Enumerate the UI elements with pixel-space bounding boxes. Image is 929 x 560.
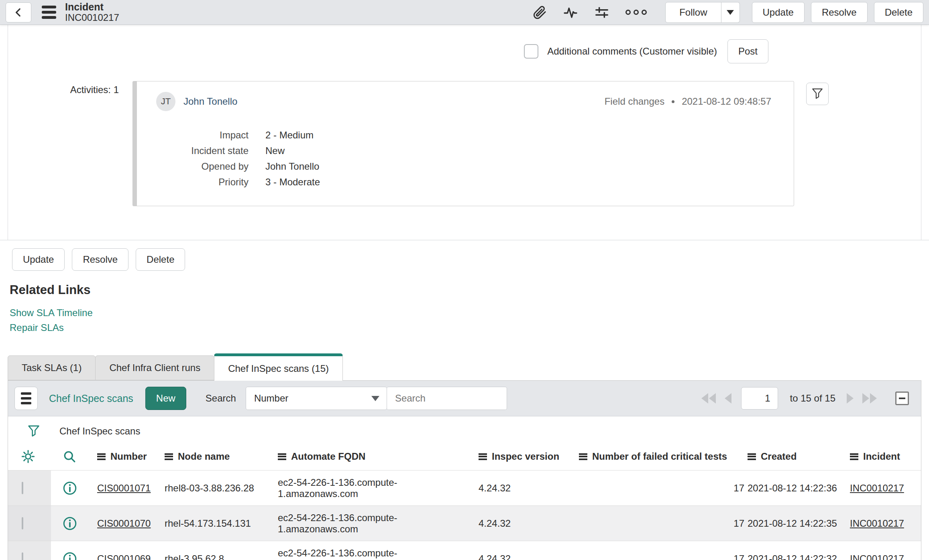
previous-page-button[interactable] xyxy=(723,393,733,404)
collapse-list-button[interactable] xyxy=(895,392,909,405)
show-sla-timeline-link[interactable]: Show SLA Timeline xyxy=(10,305,929,320)
follow-button[interactable]: Follow xyxy=(665,2,721,23)
ellipsis-icon xyxy=(625,10,647,15)
related-links-title: Related Links xyxy=(10,283,929,297)
info-icon[interactable] xyxy=(62,481,77,496)
list-search-input[interactable] xyxy=(387,387,507,410)
automate-fqdn-cell: ec2-54-226-1-136.compute-1.amazonaws.com xyxy=(278,512,397,534)
first-page-button[interactable] xyxy=(700,393,717,404)
back-button[interactable] xyxy=(6,2,31,22)
column-header-node-name[interactable]: Node name xyxy=(165,451,275,462)
filter-breadcrumb[interactable]: Chef InSpec scans xyxy=(59,426,140,437)
paperclip-icon xyxy=(532,5,547,20)
column-menu-icon xyxy=(479,453,487,460)
comments-row: Additional comments (Customer visible) P… xyxy=(0,39,929,64)
search-field-select[interactable]: Number xyxy=(246,387,387,410)
node-name-cell: rhel-3.95.62.8 xyxy=(165,553,224,560)
context-menu-icon[interactable] xyxy=(42,6,56,19)
search-label: Search xyxy=(206,393,236,404)
comments-checkbox-label: Additional comments (Customer visible) xyxy=(547,46,717,57)
resolve-button[interactable]: Resolve xyxy=(72,248,128,271)
field-change-value: 2 - Medium xyxy=(265,127,314,143)
follow-dropdown-button[interactable] xyxy=(721,2,740,23)
attachment-button[interactable] xyxy=(532,5,547,20)
column-header-incident[interactable]: Incident xyxy=(850,451,918,462)
field-change-row: Incident state New xyxy=(156,143,782,158)
related-lists-tabs: Task SLAs (1) Chef Infra Client runs Che… xyxy=(8,353,929,380)
repair-slas-link[interactable]: Repair SLAs xyxy=(10,320,929,335)
failed-tests-cell: 17 xyxy=(733,518,744,529)
row-checkbox[interactable] xyxy=(22,482,23,494)
incident-header-bar: Incident INC0010217 Follow Update Resolv… xyxy=(0,0,929,25)
chef-inspec-scans-panel: Chef InSpec scans New Search Number to 1… xyxy=(8,380,921,560)
row-checkbox[interactable] xyxy=(22,517,23,530)
incident-link[interactable]: INC0010217 xyxy=(850,553,904,560)
activity-stream: Activities: 1 JT John Tonello Field chan… xyxy=(0,81,929,206)
column-header-created[interactable]: Created xyxy=(748,451,847,462)
delete-button-header[interactable]: Delete xyxy=(874,2,923,23)
field-change-label: Opened by xyxy=(156,158,249,174)
column-header-failed-critical-tests[interactable]: Number of failed critical tests xyxy=(579,451,744,462)
automate-fqdn-cell: ec2-54-226-1-136.compute-1.amazonaws.com xyxy=(278,548,397,560)
tab-chef-infra-client-runs[interactable]: Chef Infra Client runs xyxy=(95,355,214,380)
activity-timeline-stripe xyxy=(133,81,137,206)
activity-event-type: Field changes xyxy=(605,96,664,107)
scan-number-link[interactable]: CIS0001069 xyxy=(97,553,151,560)
new-record-button[interactable]: New xyxy=(145,387,186,410)
avatar: JT xyxy=(156,92,175,111)
related-links: Show SLA Timeline Repair SLAs xyxy=(10,305,929,335)
chevron-right-pager-icon xyxy=(847,393,854,404)
list-toolbar: Chef InSpec scans New Search Number to 1… xyxy=(8,381,921,416)
field-change-value: John Tonello xyxy=(265,158,319,174)
double-chevron-left-icon xyxy=(701,393,708,404)
page-input[interactable] xyxy=(741,387,778,410)
update-button[interactable]: Update xyxy=(12,248,65,271)
inspec-version-cell: 4.24.32 xyxy=(479,483,511,493)
more-options-button[interactable] xyxy=(625,10,647,15)
next-page-button[interactable] xyxy=(845,393,855,404)
column-menu-icon xyxy=(850,453,858,460)
filter-funnel-icon[interactable] xyxy=(27,424,40,438)
scan-number-link[interactable]: CIS0001071 xyxy=(97,483,151,493)
table-row: CIS0001070 rhel-54.173.154.131 ec2-54-22… xyxy=(8,506,921,541)
tab-task-slas[interactable]: Task SLAs (1) xyxy=(8,355,96,380)
column-header-automate-fqdn[interactable]: Automate FQDN xyxy=(278,451,475,462)
activity-user-name[interactable]: John Tonello xyxy=(183,96,237,107)
personalize-form-button[interactable] xyxy=(594,5,609,20)
delete-button[interactable]: Delete xyxy=(136,248,185,271)
activity-stream-button[interactable] xyxy=(563,5,578,20)
list-menu-button[interactable] xyxy=(14,387,38,410)
field-changes-list: Impact 2 - Medium Incident state New Ope… xyxy=(156,127,782,190)
activity-filter-button[interactable] xyxy=(806,83,829,105)
incident-link[interactable]: INC0010217 xyxy=(850,483,904,493)
field-change-row: Priority 3 - Moderate xyxy=(156,174,782,190)
field-change-value: 3 - Moderate xyxy=(265,174,320,190)
table-header-row: Number Node name Automate FQDN Inspec ve… xyxy=(8,444,921,471)
field-change-row: Impact 2 - Medium xyxy=(156,127,782,143)
row-checkbox[interactable] xyxy=(22,552,23,560)
update-button-header[interactable]: Update xyxy=(752,2,805,23)
select-caret-icon xyxy=(371,396,379,401)
tab-chef-inspec-scans[interactable]: Chef InSpec scans (15) xyxy=(214,353,343,381)
incident-link[interactable]: INC0010217 xyxy=(850,518,904,529)
list-title[interactable]: Chef InSpec scans xyxy=(49,393,133,404)
node-name-cell: rhel8-03-3.88.236.28 xyxy=(165,483,254,493)
scan-number-link[interactable]: CIS0001070 xyxy=(97,518,151,529)
field-change-value: New xyxy=(265,143,285,158)
inspec-version-cell: 4.24.32 xyxy=(479,518,511,529)
last-page-button[interactable] xyxy=(861,393,878,404)
post-button[interactable]: Post xyxy=(727,39,768,63)
column-header-inspec-version[interactable]: Inspec version xyxy=(479,451,576,462)
activities-count-label: Activities: 1 xyxy=(0,81,132,206)
failed-tests-cell: 17 xyxy=(733,483,744,493)
automate-fqdn-cell: ec2-54-226-1-136.compute-1.amazonaws.com xyxy=(278,477,397,499)
column-search-icon[interactable] xyxy=(62,449,77,464)
inspec-version-cell: 4.24.32 xyxy=(479,553,511,560)
info-icon[interactable] xyxy=(62,551,77,560)
gear-icon[interactable] xyxy=(21,449,35,464)
customer-visible-checkbox[interactable] xyxy=(524,44,538,59)
info-icon[interactable] xyxy=(62,516,77,531)
funnel-icon xyxy=(811,87,823,100)
column-header-number[interactable]: Number xyxy=(97,451,161,462)
resolve-button-header[interactable]: Resolve xyxy=(811,2,868,23)
